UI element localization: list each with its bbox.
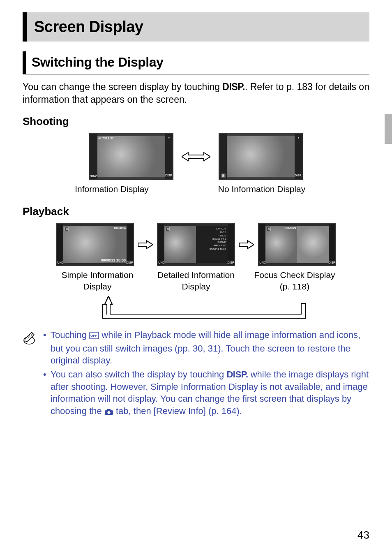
svg-marker-1	[138, 241, 153, 249]
close-x-icon	[166, 227, 170, 231]
display-inner: 100-0024	[265, 226, 329, 263]
display-inner	[227, 136, 295, 177]
status-dot: ●	[168, 136, 170, 139]
svg-point-11	[107, 411, 110, 414]
display-inner: 100-0024 10/15 P 1/125 ISO200 F4.0 2.08M…	[164, 226, 228, 263]
close-x-icon	[267, 227, 271, 231]
bidirectional-arrow	[182, 151, 210, 162]
photo-placeholder	[227, 136, 295, 177]
loopback-arrow	[23, 296, 369, 319]
detail-size: 2.08MB	[198, 241, 226, 244]
note2-part3: tab, then [Review Info] (p. 164).	[113, 406, 242, 416]
note-block: Touching OFF while in Playback mode will…	[23, 329, 369, 420]
left-strip: FUNC.	[57, 224, 63, 265]
right-strip: ● DISP.	[295, 134, 302, 179]
disp-label-strip: DISP.	[295, 174, 302, 177]
page-number: 43	[357, 529, 369, 541]
right-strip: ● DISP.	[165, 134, 173, 179]
intro-paragraph: You can change the screen display by tou…	[23, 81, 369, 106]
detail-iso: ISO200 F4.0	[198, 238, 226, 241]
caption-noinfo-display: No Information Display	[200, 183, 323, 194]
caption-simple-info: Simple Information Display	[56, 269, 138, 292]
disp-label-strip: DISP.	[126, 261, 133, 264]
playback-detailed-box: FUNC. DISP. 100-0024 10/15 P 1/125 ISO20…	[157, 223, 235, 266]
photo-placeholder: 4L 752 8:52	[97, 136, 165, 177]
person-icon: ▣	[221, 174, 226, 178]
right-strip: DISP.	[329, 224, 335, 265]
note-item-2: You can also switch the display by touch…	[43, 368, 369, 419]
display-inner: 4L 752 8:52	[97, 136, 165, 177]
detail-dt: 08/08/11 10:00	[198, 248, 226, 251]
overlay-folder: 100-0024	[113, 227, 126, 229]
left-strip: FUNC.	[90, 134, 97, 179]
left-strip: ▣	[219, 134, 227, 179]
right-strip: DISP.	[127, 224, 133, 265]
arrow-right-1	[138, 240, 153, 250]
shooting-noinfo-display-box: ▣ ● DISP.	[219, 133, 303, 180]
func-label: FUNC.	[89, 175, 98, 178]
playback-focus-box: FUNC. DISP. 100-0024	[258, 223, 336, 266]
right-strip: DISP.	[228, 224, 234, 265]
disp-label-strip: DISP.	[328, 261, 335, 264]
svg-marker-2	[239, 241, 254, 249]
left-strip: FUNC.	[259, 224, 265, 265]
close-x-icon	[65, 227, 69, 231]
detail-count: 10/15	[198, 231, 226, 234]
disp-label: DISP.	[222, 81, 245, 92]
caption-focus-check: Focus Check Display (p. 118)	[254, 269, 336, 292]
display-inner: 100-0024 08/08/11 10:00	[63, 226, 127, 263]
page-title-section: Screen Display	[23, 12, 369, 42]
note-list: Touching OFF while in Playback mode will…	[43, 329, 369, 420]
photo-placeholder-half: 100-0024	[265, 226, 297, 263]
note1-part1: Touching	[51, 330, 89, 340]
shooting-heading: Shooting	[23, 115, 369, 128]
disp-label-note: DISP.	[226, 369, 248, 379]
disp-label-strip: DISP.	[165, 174, 172, 177]
shooting-info-display-box: FUNC. ● DISP. 4L 752 8:52	[89, 133, 173, 180]
side-tab	[385, 114, 392, 144]
playback-display-row: FUNC. DISP. 100-0024 08/08/11 10:00 FUNC…	[23, 223, 369, 266]
disp-label-strip: DISP.	[227, 261, 234, 264]
shooting-display-row: FUNC. ● DISP. 4L 752 8:52 ▣ ● DISP.	[23, 133, 369, 180]
focus-zoom-panel	[297, 226, 329, 263]
caption-detailed-info: Detailed Information Display	[155, 269, 237, 292]
subsection-heading-block: Switching the Display	[23, 51, 369, 74]
svg-text:OFF: OFF	[90, 334, 97, 338]
photo-placeholder: 100-0024 08/08/11 10:00	[63, 226, 127, 263]
note-pencil-icon	[23, 329, 36, 347]
photo-placeholder-half	[164, 226, 196, 263]
overlay-top: 4L 752 8:52	[98, 137, 114, 140]
caption-spacer	[163, 183, 192, 194]
overlay-folder: 100-0024	[284, 227, 296, 229]
detail-shutter: P 1/125	[198, 234, 226, 237]
detail-res: 4000x3000	[198, 244, 226, 247]
detail-info-panel: 100-0024 10/15 P 1/125 ISO200 F4.0 2.08M…	[196, 226, 228, 263]
note2-part1: You can also switch the display by touch…	[51, 369, 226, 379]
left-strip: FUNC.	[158, 224, 164, 265]
camera-icon	[104, 406, 113, 419]
shooting-caption-row: Information Display No Information Displ…	[23, 183, 369, 194]
status-dot: ●	[297, 136, 299, 139]
note-item-1: Touching OFF while in Playback mode will…	[43, 329, 369, 367]
playback-heading: Playback	[23, 205, 369, 218]
svg-rect-10	[107, 409, 111, 411]
svg-marker-0	[182, 153, 210, 161]
detail-folder: 100-0024	[198, 227, 226, 230]
playback-simple-box: FUNC. DISP. 100-0024 08/08/11 10:00	[56, 223, 134, 266]
caption-info-display: Information Display	[69, 183, 155, 194]
arrow-right-2	[239, 240, 254, 250]
playback-caption-row: Simple Information Display Detailed Info…	[23, 269, 369, 292]
page-title: Screen Display	[34, 18, 362, 36]
subsection-heading: Switching the Display	[32, 55, 364, 70]
overlay-date: 08/08/11 10:00	[101, 258, 126, 262]
hide-info-icon: OFF	[89, 330, 99, 342]
intro-part1: You can change the screen display by tou…	[23, 81, 222, 92]
